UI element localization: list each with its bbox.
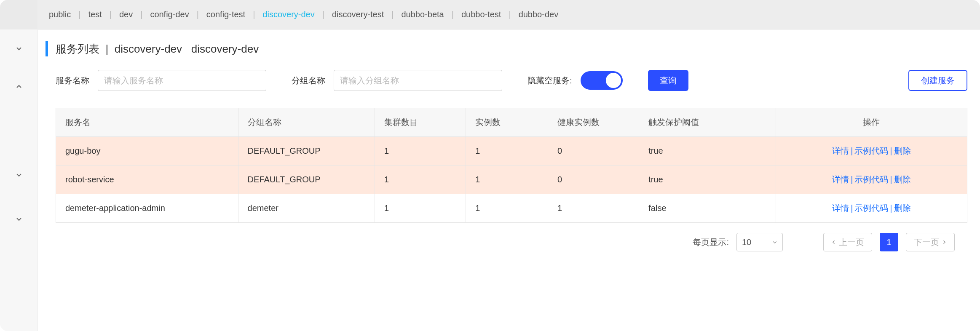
service-name-label: 服务名称 — [56, 75, 89, 86]
detail-link[interactable]: 详情 — [832, 175, 849, 184]
tab-discovery-dev[interactable]: discovery-dev — [260, 8, 317, 21]
tab-public[interactable]: public — [46, 8, 73, 21]
title-crumb-2: discovery-dev — [191, 43, 259, 55]
table-row: robot-serviceDEFAULT_GROUP110true详情|示例代码… — [56, 166, 967, 194]
cell-instances: 1 — [466, 137, 548, 166]
per-page-select[interactable]: 10 — [736, 233, 783, 251]
tab-discovery-test[interactable]: discovery-test — [329, 8, 386, 21]
group-name-input[interactable] — [334, 70, 502, 91]
chevron-down-icon — [16, 171, 22, 178]
delete-link[interactable]: 删除 — [894, 175, 911, 184]
cell-name: gugu-boy — [56, 137, 238, 166]
tab-separator: | — [253, 10, 255, 19]
tab-separator: | — [197, 10, 199, 19]
cell-name: demeter-application-admin — [56, 194, 238, 223]
sidebar-item-4[interactable] — [0, 156, 37, 194]
hide-empty-label: 隐藏空服务: — [527, 75, 572, 86]
cell-name: robot-service — [56, 166, 238, 194]
sidebar-item-2[interactable] — [0, 67, 37, 105]
sample-code-link[interactable]: 示例代码 — [854, 203, 888, 213]
cell-healthy: 0 — [548, 137, 639, 166]
tab-separator: | — [140, 10, 142, 19]
service-table: 服务名 分组名称 集群数目 实例数 健康实例数 触发保护阈值 操作 gugu-b… — [56, 108, 967, 223]
page-title: 服务列表 | discovery-dev discovery-dev — [56, 42, 259, 56]
tab-separator: | — [452, 10, 454, 19]
sidebar-header-block — [0, 0, 37, 29]
delete-link[interactable]: 删除 — [894, 203, 911, 213]
table-row: gugu-boyDEFAULT_GROUP110true详情|示例代码|删除 — [56, 137, 967, 166]
cell-clusters: 1 — [375, 166, 466, 194]
tab-dubbo-beta[interactable]: dubbo-beta — [399, 8, 447, 21]
chevron-right-icon — [942, 240, 947, 245]
cell-operations: 详情|示例代码|删除 — [776, 166, 967, 194]
query-button[interactable]: 查询 — [648, 70, 688, 91]
cell-group: demeter — [238, 194, 375, 223]
chevron-down-icon — [772, 240, 777, 245]
cell-instances: 1 — [466, 166, 548, 194]
tab-separator: | — [391, 10, 394, 19]
sample-code-link[interactable]: 示例代码 — [854, 146, 888, 155]
hide-empty-toggle[interactable] — [581, 71, 623, 90]
tab-config-test[interactable]: config-test — [204, 8, 248, 21]
title-accent-bar — [46, 41, 48, 56]
sample-code-link[interactable]: 示例代码 — [854, 175, 888, 184]
cell-threshold: false — [639, 194, 776, 223]
table-row: demeter-application-admindemeter111false… — [56, 194, 967, 223]
tab-separator: | — [322, 10, 324, 19]
col-instances: 实例数 — [466, 108, 548, 137]
chevron-up-icon — [16, 83, 22, 90]
cell-clusters: 1 — [375, 194, 466, 223]
cell-operations: 详情|示例代码|删除 — [776, 137, 967, 166]
page-number-current[interactable]: 1 — [880, 233, 898, 251]
create-service-button[interactable]: 创建服务 — [908, 70, 967, 91]
prev-label: 上一页 — [839, 237, 864, 248]
title-crumb-1: discovery-dev — [115, 43, 182, 55]
col-clusters: 集群数目 — [375, 108, 466, 137]
toggle-knob — [606, 73, 621, 88]
cell-group: DEFAULT_GROUP — [238, 137, 375, 166]
per-page-value: 10 — [742, 238, 751, 247]
prev-page-button[interactable]: 上一页 — [823, 233, 872, 251]
crumb-sep: | — [105, 43, 108, 55]
detail-link[interactable]: 详情 — [832, 146, 849, 155]
tab-dev[interactable]: dev — [117, 8, 135, 21]
tab-separator: | — [110, 10, 112, 19]
chevron-down-icon — [16, 216, 22, 222]
sidebar-item-3[interactable] — [0, 105, 37, 156]
tab-test[interactable]: test — [86, 8, 104, 21]
cell-clusters: 1 — [375, 137, 466, 166]
next-label: 下一页 — [914, 237, 939, 248]
col-group: 分组名称 — [238, 108, 375, 137]
col-service-name: 服务名 — [56, 108, 238, 137]
cell-group: DEFAULT_GROUP — [238, 166, 375, 194]
detail-link[interactable]: 详情 — [832, 203, 849, 213]
sidebar-item-1[interactable] — [0, 29, 37, 67]
col-threshold: 触发保护阈值 — [639, 108, 776, 137]
cell-healthy: 0 — [548, 166, 639, 194]
cell-threshold: true — [639, 137, 776, 166]
cell-instances: 1 — [466, 194, 548, 223]
chevron-down-icon — [16, 45, 22, 52]
sidebar-item-5[interactable] — [0, 194, 37, 244]
title-heading: 服务列表 — [56, 43, 99, 55]
tab-dubbo-test[interactable]: dubbo-test — [459, 8, 504, 21]
sidebar — [0, 0, 38, 331]
delete-link[interactable]: 删除 — [894, 146, 911, 155]
chevron-left-icon — [831, 240, 836, 245]
service-name-input[interactable] — [98, 70, 266, 91]
tab-config-dev[interactable]: config-dev — [147, 8, 191, 21]
per-page-label: 每页显示: — [693, 237, 729, 248]
col-healthy: 健康实例数 — [548, 108, 639, 137]
cell-threshold: true — [639, 166, 776, 194]
next-page-button[interactable]: 下一页 — [906, 233, 955, 251]
cell-operations: 详情|示例代码|删除 — [776, 194, 967, 223]
col-operations: 操作 — [776, 108, 967, 137]
namespace-tabs: public|test|dev|config-dev|config-test|d… — [38, 0, 980, 29]
tab-separator: | — [78, 10, 80, 19]
tab-dubbo-dev[interactable]: dubbo-dev — [516, 8, 561, 21]
page-title-row: 服务列表 | discovery-dev discovery-dev — [46, 41, 967, 56]
tab-separator: | — [509, 10, 511, 19]
cell-healthy: 1 — [548, 194, 639, 223]
group-name-label: 分组名称 — [292, 75, 325, 86]
